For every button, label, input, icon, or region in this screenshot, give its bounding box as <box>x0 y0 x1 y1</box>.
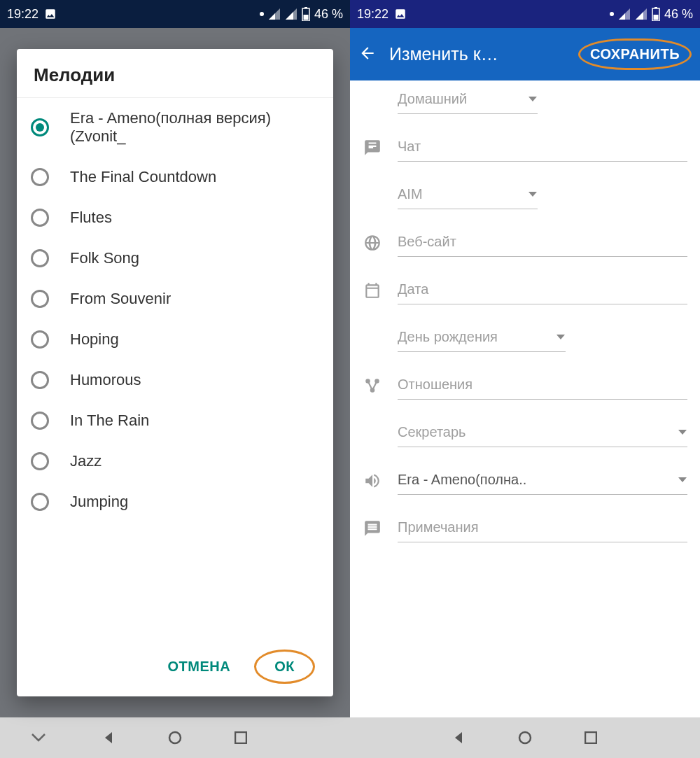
ringtone-item[interactable]: From Souvenir <box>17 279 333 319</box>
nav-recent-button[interactable] <box>582 729 599 746</box>
dropdown-field[interactable]: День рождения <box>398 328 566 352</box>
ringtone-item[interactable]: Folk Song <box>17 238 333 279</box>
chevron-down-icon <box>556 331 566 344</box>
field-label: AIM <box>398 186 423 202</box>
text-field[interactable]: Отношения <box>398 376 687 400</box>
phone-right: 19:22 46 % Изменить к… СОХРАНИТЬ Домашни… <box>350 0 700 758</box>
text-field[interactable]: Дата <box>398 281 687 304</box>
field-row: Era - Ameno(полна.. <box>363 471 687 495</box>
nav-back-button[interactable] <box>101 729 118 746</box>
radio-icon[interactable] <box>31 371 49 389</box>
message-icon <box>363 138 382 157</box>
ringtone-label: Jumping <box>70 493 128 511</box>
image-icon <box>394 8 407 20</box>
left-body: Мелодии Era - Ameno(полная версия) (Zvon… <box>0 28 350 717</box>
ringtone-label: Humorous <box>70 371 141 389</box>
ringtone-item[interactable]: Humorous <box>17 360 333 400</box>
ringtone-item[interactable]: Hoping <box>17 319 333 360</box>
status-left: 19:22 <box>357 7 407 22</box>
ringtone-item[interactable]: Jumping <box>17 482 333 522</box>
cancel-button[interactable]: ОТМЕНА <box>161 654 238 679</box>
dropdown-field[interactable]: Era - Ameno(полна.. <box>398 471 687 495</box>
nav-recent-button[interactable] <box>232 729 249 746</box>
field-label: Веб-сайт <box>398 234 456 250</box>
text-field[interactable]: Веб-сайт <box>398 233 687 257</box>
field-label: Era - Ameno(полна.. <box>398 472 526 488</box>
field-label: Домашний <box>398 91 467 107</box>
field-label: Отношения <box>398 377 472 393</box>
svg-point-6 <box>610 12 614 16</box>
field-row: Дата <box>363 281 687 304</box>
signal2-icon <box>635 8 648 20</box>
volume-icon <box>363 471 382 491</box>
chevron-down-icon <box>528 188 538 201</box>
status-left: 19:22 <box>7 7 57 22</box>
save-button[interactable]: СОХРАНИТЬ <box>578 38 692 70</box>
keyboard-down-icon[interactable] <box>24 733 52 743</box>
nav-bar <box>0 717 350 758</box>
ringtone-item[interactable]: Flutes <box>17 197 333 238</box>
ringtone-item[interactable]: Jazz <box>17 441 333 482</box>
radio-icon[interactable] <box>31 168 49 186</box>
ringtone-item[interactable]: In The Rain <box>17 400 333 441</box>
field-label: Дата <box>398 281 428 297</box>
radio-icon[interactable] <box>31 493 49 511</box>
note-icon <box>363 519 382 538</box>
radio-icon[interactable] <box>31 330 49 349</box>
radio-icon[interactable] <box>31 290 49 308</box>
battery-icon <box>302 7 310 21</box>
status-battery: 46 % <box>664 7 693 22</box>
svg-rect-3 <box>303 15 308 20</box>
svg-point-13 <box>519 732 531 743</box>
battery-icon <box>652 7 660 21</box>
chevron-down-icon <box>678 474 687 486</box>
contact-form[interactable]: ДомашнийЧатAIMВеб-сайтДатаДень рожденияО… <box>350 80 700 717</box>
field-row: Секретарь <box>363 423 687 447</box>
status-time: 19:22 <box>7 7 38 22</box>
field-row: Примечания <box>363 519 687 542</box>
field-row: AIM <box>363 185 687 209</box>
chevron-down-icon <box>528 93 538 106</box>
ringtone-item[interactable]: Era - Ameno(полная версия) (Zvonit_ <box>17 98 333 157</box>
ringtone-list[interactable]: Era - Ameno(полная версия) (Zvonit_The F… <box>17 98 333 640</box>
image-icon <box>44 8 57 20</box>
radio-icon[interactable] <box>31 249 49 267</box>
text-field[interactable]: Примечания <box>398 519 687 542</box>
svg-point-4 <box>169 732 181 743</box>
svg-rect-5 <box>235 732 246 743</box>
share-icon <box>363 376 382 395</box>
chevron-down-icon <box>678 426 687 439</box>
radio-icon[interactable] <box>31 209 49 227</box>
status-time: 19:22 <box>357 7 388 22</box>
nav-bar <box>350 717 700 758</box>
ringtone-label: Jazz <box>70 452 102 470</box>
status-bar: 19:22 46 % <box>0 0 350 28</box>
nav-home-button[interactable] <box>517 729 533 746</box>
svg-rect-9 <box>653 15 658 20</box>
calendar-icon <box>363 281 382 300</box>
dropdown-field[interactable]: AIM <box>398 185 538 209</box>
dialog-actions: ОТМЕНА ОК <box>17 640 333 696</box>
phone-left: 19:22 46 % Мелодии Era - Ameno(полная ве… <box>0 0 350 758</box>
ok-button[interactable]: ОК <box>267 654 302 679</box>
field-label: Примечания <box>398 519 478 535</box>
nav-back-button[interactable] <box>451 729 468 746</box>
radio-icon[interactable] <box>31 412 49 430</box>
ringtone-item[interactable]: The Final Countdown <box>17 157 333 197</box>
status-right: 46 % <box>610 7 693 22</box>
field-row: День рождения <box>363 328 687 352</box>
status-right: 46 % <box>260 7 343 22</box>
nav-home-button[interactable] <box>167 729 183 746</box>
field-label: Чат <box>398 139 421 155</box>
text-field[interactable]: Чат <box>398 138 687 162</box>
dropdown-field[interactable]: Секретарь <box>398 423 687 447</box>
dot-icon <box>610 12 614 16</box>
dropdown-field[interactable]: Домашний <box>398 90 538 114</box>
field-row: Отношения <box>363 376 687 400</box>
status-battery: 46 % <box>314 7 343 22</box>
radio-icon[interactable] <box>31 452 49 470</box>
back-button[interactable] <box>358 44 377 65</box>
field-row: Веб-сайт <box>363 233 687 257</box>
ringtone-label: From Souvenir <box>70 290 171 308</box>
radio-icon[interactable] <box>31 118 49 136</box>
